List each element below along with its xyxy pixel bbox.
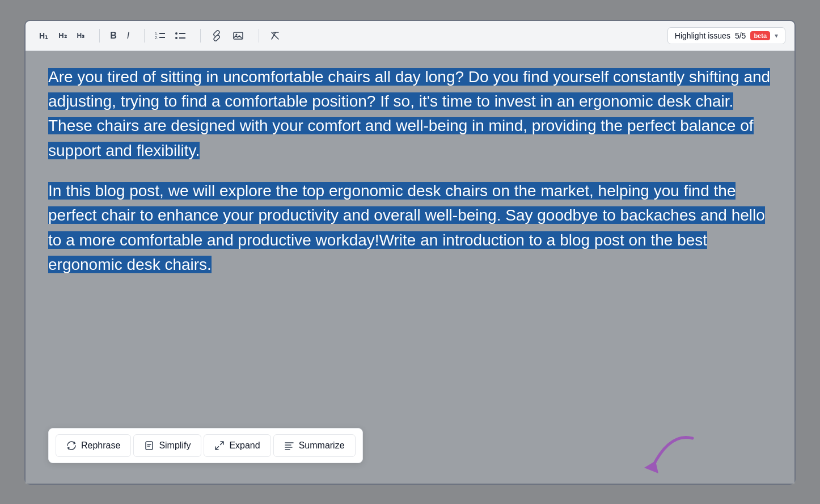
svg-text:2.: 2. [155,36,158,40]
paragraph-1: Are you tired of sitting in uncomfortabl… [48,65,772,163]
action-toolbar: Rephrase Simplify Expand Summariz [48,428,363,463]
ordered-list-icon: 1. 2. [155,31,165,41]
image-icon [233,30,244,41]
clear-format-icon [269,30,281,41]
paragraph-2: In this blog post, we will explore the t… [48,179,772,277]
rephrase-icon [66,441,77,451]
toolbar-divider-2 [144,29,145,43]
arrow-indicator [613,427,681,472]
h2-button[interactable]: H₂ [54,28,71,43]
unordered-list-button[interactable] [171,27,190,44]
svg-point-4 [175,32,177,35]
list-group: 1. 2. [150,27,190,44]
heading-group: H₁ H₂ H₃ [35,28,89,44]
insert-group [206,27,248,45]
paragraph-2-text: In this blog post, we will explore the t… [48,182,765,273]
toolbar-divider-1 [99,29,100,43]
svg-rect-6 [179,33,185,34]
ordered-list-button[interactable]: 1. 2. [150,27,170,44]
bold-button[interactable]: B [105,27,121,44]
editor-toolbar: H₁ H₂ H₃ B I 1. 2. [26,21,794,51]
svg-rect-3 [159,37,165,38]
summarize-button[interactable]: Summarize [273,434,356,457]
rephrase-button[interactable]: Rephrase [56,434,131,457]
svg-point-5 [175,37,177,39]
toolbar-divider-4 [259,29,259,43]
h1-button[interactable]: H₁ [35,28,53,44]
highlight-issues-dropdown[interactable]: Highlight issues 5/5 beta ▾ [667,27,785,44]
image-button[interactable] [228,27,248,45]
arrow-svg [613,427,704,489]
paragraph-1-text: Are you tired of sitting in uncomfortabl… [48,68,770,159]
simplify-button[interactable]: Simplify [133,434,201,457]
toolbar-divider-3 [200,29,201,43]
summarize-icon [284,441,294,451]
h3-button[interactable]: H₃ [73,28,90,43]
highlight-count: 5/5 [735,31,746,40]
unordered-list-icon [175,31,185,41]
clear-format-button[interactable] [265,27,285,45]
editor-content[interactable]: Are you tired of sitting in uncomfortabl… [26,51,794,484]
svg-point-9 [236,33,238,35]
italic-button[interactable]: I [122,27,134,44]
link-button[interactable] [206,27,227,45]
summarize-label: Summarize [299,441,345,451]
svg-rect-2 [159,33,165,34]
highlight-label: Highlight issues [675,31,730,40]
simplify-label: Simplify [159,441,191,451]
svg-rect-10 [146,442,153,450]
text-format-group: B I [105,27,134,44]
chevron-down-icon: ▾ [775,32,778,40]
link-icon [211,30,222,41]
svg-rect-7 [179,37,185,39]
editor-container: H₁ H₂ H₃ B I 1. 2. [24,20,796,485]
rephrase-label: Rephrase [81,441,120,451]
expand-button[interactable]: Expand [204,434,270,457]
simplify-icon [144,441,154,451]
expand-label: Expand [229,441,260,451]
expand-icon [214,441,225,451]
beta-badge: beta [750,31,770,40]
svg-text:1.: 1. [155,32,158,36]
